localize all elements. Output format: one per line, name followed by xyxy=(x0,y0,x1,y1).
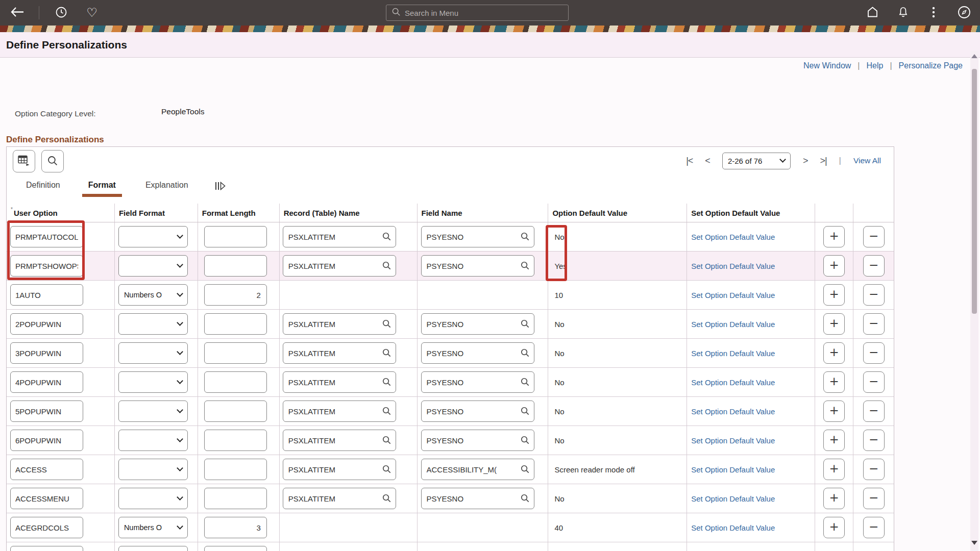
actions-menu-button[interactable] xyxy=(925,4,942,21)
user-option-input[interactable] xyxy=(10,226,83,247)
format-length-input[interactable] xyxy=(204,430,267,451)
set-option-default-value-link[interactable]: Set Option Default Value xyxy=(687,349,775,358)
lookup-icon[interactable] xyxy=(520,406,530,418)
search-input[interactable] xyxy=(405,9,548,17)
tab-format[interactable]: Format xyxy=(88,179,116,190)
scrollbar-up-arrow[interactable] xyxy=(971,54,977,58)
user-option-input[interactable] xyxy=(10,488,83,509)
field-name-input[interactable] xyxy=(421,488,534,509)
format-length-input[interactable] xyxy=(204,517,267,538)
format-length-input[interactable] xyxy=(204,255,267,277)
lookup-icon[interactable] xyxy=(520,319,530,331)
add-row-button[interactable]: + xyxy=(823,342,845,364)
field-format-select[interactable] xyxy=(118,371,188,393)
record-name-input[interactable] xyxy=(283,488,396,509)
record-name-input[interactable] xyxy=(283,313,396,335)
set-option-default-value-link[interactable]: Set Option Default Value xyxy=(687,436,775,445)
record-name-input[interactable] xyxy=(283,371,396,393)
lookup-icon[interactable] xyxy=(520,261,530,272)
set-option-default-value-link[interactable]: Set Option Default Value xyxy=(687,407,775,416)
home-button[interactable] xyxy=(864,4,881,21)
format-length-input[interactable] xyxy=(204,546,267,551)
favorites-button[interactable]: ♡ xyxy=(83,4,101,21)
field-format-select[interactable] xyxy=(118,226,188,247)
record-name-input[interactable] xyxy=(283,226,396,247)
navbar-button[interactable] xyxy=(955,4,973,21)
user-option-input[interactable] xyxy=(10,517,83,538)
field-format-select[interactable] xyxy=(118,313,188,335)
add-row-button[interactable]: + xyxy=(823,430,845,451)
add-row-button[interactable]: + xyxy=(823,371,845,393)
lookup-icon[interactable] xyxy=(382,406,391,418)
format-length-input[interactable] xyxy=(204,400,267,422)
add-row-button[interactable]: + xyxy=(823,255,845,277)
show-tab-list-button[interactable] xyxy=(215,179,226,192)
lookup-icon[interactable] xyxy=(382,493,391,505)
notifications-button[interactable] xyxy=(894,4,912,21)
scrollbar-down-arrow[interactable] xyxy=(971,541,977,545)
personalize-page-link[interactable]: Personalize Page xyxy=(899,61,963,70)
lookup-icon[interactable] xyxy=(382,464,391,476)
add-row-button[interactable]: + xyxy=(823,488,845,509)
field-name-input[interactable] xyxy=(421,430,534,451)
lookup-icon[interactable] xyxy=(520,493,530,505)
page-range-select[interactable]: 2-26 of 76 xyxy=(722,153,791,169)
delete-row-button[interactable]: − xyxy=(863,517,885,538)
previous-page-button[interactable]: < xyxy=(705,156,710,166)
record-name-input[interactable] xyxy=(283,400,396,422)
field-name-input[interactable] xyxy=(421,400,534,422)
record-name-input[interactable] xyxy=(283,459,396,480)
delete-row-button[interactable]: − xyxy=(863,371,885,393)
set-option-default-value-link[interactable]: Set Option Default Value xyxy=(687,523,775,532)
lookup-icon[interactable] xyxy=(382,435,391,447)
field-name-input[interactable] xyxy=(421,459,534,480)
set-option-default-value-link[interactable]: Set Option Default Value xyxy=(687,465,775,474)
field-name-input[interactable] xyxy=(421,255,534,277)
grid-find-button[interactable] xyxy=(41,150,64,172)
add-row-button[interactable]: + xyxy=(823,517,845,538)
field-format-select[interactable]: Numbers O xyxy=(118,517,188,538)
format-length-input[interactable] xyxy=(204,459,267,480)
recent-history-button[interactable] xyxy=(53,4,70,21)
field-name-input[interactable] xyxy=(421,371,534,393)
add-row-button[interactable]: + xyxy=(823,400,845,422)
tab-definition[interactable]: Definition xyxy=(26,179,60,190)
lookup-icon[interactable] xyxy=(520,348,530,360)
first-page-button[interactable]: |< xyxy=(686,156,693,166)
delete-row-button[interactable]: − xyxy=(863,226,885,247)
set-option-default-value-link[interactable]: Set Option Default Value xyxy=(687,291,775,299)
format-length-input[interactable] xyxy=(204,371,267,393)
user-option-input[interactable] xyxy=(10,371,83,393)
format-length-input[interactable] xyxy=(204,488,267,509)
add-row-button[interactable]: + xyxy=(823,284,845,306)
user-option-input[interactable] xyxy=(10,430,83,451)
grid-zoom-button[interactable] xyxy=(13,150,35,172)
view-all-link[interactable]: View All xyxy=(853,156,881,165)
lookup-icon[interactable] xyxy=(382,348,391,360)
lookup-icon[interactable] xyxy=(520,377,530,389)
back-button[interactable] xyxy=(8,4,26,21)
lookup-icon[interactable] xyxy=(382,232,391,243)
record-name-input[interactable] xyxy=(283,342,396,364)
field-format-select[interactable] xyxy=(118,459,188,480)
lookup-icon[interactable] xyxy=(520,464,530,476)
delete-row-button[interactable]: − xyxy=(863,488,885,509)
field-format-select[interactable] xyxy=(118,342,188,364)
add-row-button[interactable]: + xyxy=(823,226,845,247)
set-option-default-value-link[interactable]: Set Option Default Value xyxy=(687,494,775,503)
user-option-input[interactable] xyxy=(10,459,83,480)
field-format-select[interactable] xyxy=(118,255,188,277)
record-name-input[interactable] xyxy=(283,430,396,451)
delete-row-button[interactable]: − xyxy=(863,400,885,422)
delete-row-button[interactable]: − xyxy=(863,313,885,335)
last-page-button[interactable]: >| xyxy=(820,156,826,166)
format-length-input[interactable] xyxy=(204,313,267,335)
field-format-select[interactable]: Numbers O xyxy=(118,284,188,306)
delete-row-button[interactable]: − xyxy=(863,255,885,277)
field-format-select[interactable] xyxy=(118,400,188,422)
set-option-default-value-link[interactable]: Set Option Default Value xyxy=(687,320,775,329)
set-option-default-value-link[interactable]: Set Option Default Value xyxy=(687,233,775,241)
format-length-input[interactable] xyxy=(204,342,267,364)
new-window-link[interactable]: New Window xyxy=(803,61,851,70)
help-link[interactable]: Help xyxy=(867,61,884,70)
